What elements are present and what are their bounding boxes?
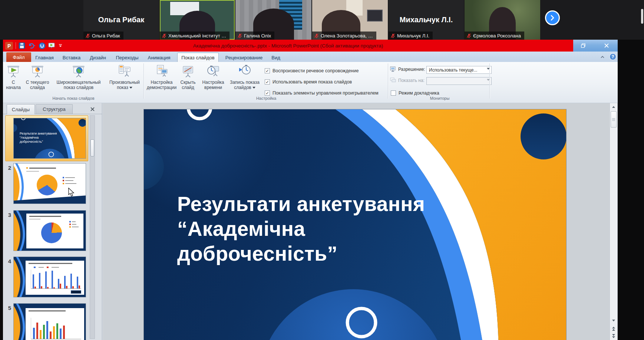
checkbox-play-narrations[interactable]: ✓ Воспроизвести речевое сопровождение (265, 67, 359, 75)
slide-thumbnail-4[interactable] (13, 257, 86, 297)
button-label: Настройка (151, 80, 172, 85)
resolution-dropdown[interactable]: Использовать текуще... (426, 66, 492, 74)
participant-nameplate: Олена Золотарьова, … (312, 32, 376, 40)
monitor-icon (390, 66, 396, 72)
checkbox-show-media-controls[interactable]: ✓ Показать элементы управления проигрыва… (265, 89, 379, 97)
slide-thumbnail-2[interactable] (13, 163, 86, 204)
close-window-button[interactable] (600, 41, 613, 50)
panel-close-icon[interactable] (89, 106, 96, 112)
scroll-down-button[interactable] (610, 317, 617, 324)
from-current-slide-button[interactable]: С текущего слайда (23, 64, 52, 90)
scrollbar-thumb[interactable] (611, 111, 617, 128)
rehearse-timings-button[interactable]: Настройка времени (200, 64, 227, 90)
slide-canvas[interactable]: Результати анкетування “Академічна добро… (144, 109, 566, 340)
slides-panel: Слайды Структура 1 2 3 4 5 (3, 103, 102, 340)
slide-thumbnail-3[interactable] (13, 210, 86, 251)
tab-review[interactable]: Рецензирование (222, 53, 266, 62)
hide-slide-button[interactable]: Скрыть слайд (178, 64, 198, 90)
powerpoint-window: P (3, 40, 618, 340)
button-label: Настройка (202, 80, 224, 85)
show-on-dropdown[interactable] (426, 77, 492, 85)
dropdown-caret-icon (252, 87, 255, 89)
powerpoint-icon[interactable]: P (5, 42, 13, 50)
thumbnail-title: Результати анкетування “Академічна добро… (20, 132, 57, 144)
button-label: слайд (182, 85, 194, 90)
participant-tile-halyna-olikh[interactable]: Галина Оліх (235, 0, 311, 40)
tab-insert[interactable]: Вставка (59, 53, 84, 62)
button-label: Скрыть (181, 80, 196, 85)
content-panel (26, 308, 84, 340)
show-on-label: Показать на: (398, 78, 425, 83)
close-icon (604, 43, 609, 48)
record-slide-show-button[interactable]: Запись показа слайдов (227, 64, 262, 90)
workspace: Результати анкетування “Академічна добро… (103, 103, 618, 340)
checkbox-label: Показать элементы управления проигрывате… (273, 90, 379, 96)
button-label: начала (6, 85, 21, 90)
tab-home[interactable]: Главная (32, 53, 57, 62)
slide-title[interactable]: Результати анкетування “Академічна добро… (177, 192, 425, 266)
restore-window-button[interactable] (577, 41, 589, 50)
pie-chart (41, 222, 62, 243)
qat-custom-icon-2[interactable] (48, 42, 56, 49)
tab-slide-show[interactable]: Показ слайдов (177, 53, 219, 62)
button-label: С (12, 80, 15, 85)
gallery-scrollbar[interactable] (641, 9, 643, 24)
title-bar: P (3, 40, 618, 52)
button-label: Широковещательный (56, 80, 100, 85)
participant-tile-khmelnytskyi[interactable]: Хмельницький інститут … (160, 0, 235, 40)
participant-name: Хмельницький інститут … (168, 33, 226, 39)
group-label-start: Начать показ слайдов (25, 96, 122, 101)
main-scrollbar[interactable] (610, 103, 617, 340)
participant-tile-olga-rybak[interactable]: Ольга Рибак Ольга Рибак (83, 0, 159, 40)
participant-tile-mykhalchuk[interactable]: Михальчук Л.І. Михальчук Л.І. (389, 0, 464, 40)
panel-tab-outline[interactable]: Структура (36, 104, 73, 114)
window-title: Академічна доброчесність-.pptx - Microso… (62, 40, 514, 52)
participant-name: Ольга Рибак (92, 33, 120, 39)
qat-custom-icon-1[interactable] (39, 42, 46, 49)
tab-transitions[interactable]: Переходы (112, 53, 142, 62)
chart-legend (69, 221, 79, 228)
participant-tile-yermolova[interactable]: Єрмолова Роксолана (465, 0, 540, 40)
scroll-up-button[interactable] (610, 103, 617, 110)
content-panel (26, 261, 84, 295)
restore-icon (581, 43, 585, 48)
minimize-ribbon-icon[interactable] (599, 55, 606, 60)
slide-thumbnail-5[interactable] (13, 303, 86, 340)
participant-tile-olena-zolotarova[interactable]: Олена Золотарьова, … (312, 0, 388, 40)
content-panel (26, 214, 83, 248)
slideshow-current-icon (30, 64, 44, 80)
panel-tab-slides[interactable]: Слайды (7, 104, 35, 114)
mic-muted-icon (85, 33, 90, 38)
broadcast-slide-show-button[interactable]: Широковещательный показ слайдов (50, 64, 107, 90)
help-icon[interactable]: ? (610, 53, 616, 60)
button-label: времени (204, 85, 222, 90)
participant-nameplate: Єрмолова Роксолана (465, 32, 524, 40)
tab-animations[interactable]: Анимация (145, 53, 174, 62)
set-up-slide-show-button[interactable]: Настройка демонстрации (146, 64, 177, 90)
save-button[interactable] (19, 42, 25, 49)
tab-design[interactable]: Дизайн (86, 53, 110, 62)
hide-slide-icon (181, 64, 195, 80)
checkbox-use-timings[interactable]: ✓ Использовать время показа слайдов (265, 78, 352, 86)
tab-file[interactable]: Файл (6, 52, 31, 62)
button-label: слайдов (234, 85, 251, 90)
mic-muted-icon (237, 33, 242, 38)
button-label: Запись показа (230, 80, 260, 85)
panel-scrollbar-thumb[interactable] (90, 139, 94, 156)
button-label: показ (117, 85, 128, 90)
undo-button[interactable] (28, 42, 36, 49)
next-participants-button[interactable] (545, 10, 560, 25)
next-slide-button[interactable] (610, 333, 617, 339)
custom-show-icon (118, 64, 132, 80)
button-label: слайда (30, 85, 45, 90)
checkbox-presenter-view[interactable]: Режим докладчика (391, 89, 439, 97)
checkbox-label: Воспроизвести речевое сопровождение (273, 68, 359, 73)
tab-view[interactable]: Вид (268, 53, 284, 62)
from-beginning-button[interactable]: С начала (4, 64, 23, 90)
panel-scrollbar[interactable] (90, 115, 95, 339)
group-label-setup: Настройка (225, 96, 307, 101)
slide-thumbnail-1[interactable]: Результати анкетування “Академічна добро… (13, 118, 86, 159)
pie-chart (37, 175, 57, 195)
custom-slide-show-button[interactable]: Произвольный показ (108, 64, 142, 90)
previous-slide-button[interactable] (610, 325, 617, 332)
